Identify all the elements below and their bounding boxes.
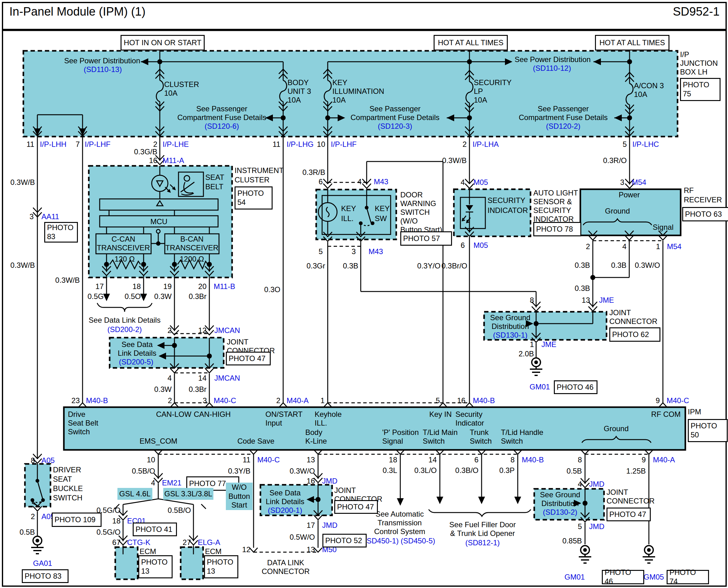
pin-ipm9g: 9 [642, 456, 646, 464]
secind-1: SECURITY [487, 196, 525, 204]
ref-sd812: (SD812-1) [465, 539, 500, 547]
ccan-1: C-CAN [112, 235, 135, 243]
ref-sd120-2: (SD120-2) [546, 122, 581, 130]
wire-03b-rf1: 0.3B [575, 261, 590, 269]
conn-iplhf7: I/P-LHF [85, 140, 111, 148]
rf-name2: RECEIVER [684, 196, 722, 204]
pin-jme8: 8 [530, 296, 534, 304]
ipm-drive3: Switch [68, 428, 90, 436]
pin-ipm8g: 8 [578, 456, 582, 464]
conn-iplhc: I/P-LHC [632, 140, 659, 148]
tag-hot-at-all-times-1-line: HOT AT ALL TIMES [436, 38, 505, 47]
conn-aa11: AA11 [41, 213, 59, 220]
gnd-gm01: GM01 [565, 573, 585, 581]
photo-78: PHOTO 78 [533, 222, 581, 236]
conn-m40b-t2: M40-B [473, 397, 495, 404]
fuse-seclp-amp: 10A [474, 96, 487, 104]
pin-m54-2: 2 [586, 243, 590, 250]
page-title: In-Panel Module (IPM) (1) [9, 6, 146, 18]
photo-13-elga-line: 13 [207, 567, 236, 576]
dsbs-4: SWITCH [53, 494, 83, 502]
see-atcs-3: Control System [374, 527, 425, 535]
conn-a05-t: A05 [41, 457, 55, 464]
ground-symbol-ga01 [31, 536, 44, 554]
dsbs-1: DRIVER [53, 466, 81, 474]
ipm-codesave: Code Save [237, 437, 274, 445]
fuse-cluster-amp: 10A [164, 89, 178, 97]
keyill-1: KEY [341, 205, 356, 212]
fuse-keyill-name: KEY [332, 79, 347, 86]
photo-54-line: PHOTO [237, 189, 270, 198]
pin-elga: 27 [182, 539, 191, 546]
pin-m05-6: 6 [461, 241, 465, 249]
photo-63-line: PHOTO 63 [685, 210, 726, 219]
photo-50: PHOTO50 [688, 419, 728, 442]
data-link-bracket [97, 303, 152, 312]
photo-83-ga01: PHOTO 83 [22, 569, 68, 583]
see-gd1-b: Distribution [491, 322, 529, 330]
ccan-2: TRANSCEIVER [97, 244, 150, 252]
dws-name4: (W/O [400, 217, 418, 225]
ground-symbol-gm05 [643, 546, 655, 563]
conn-m05-t: M05 [473, 178, 488, 186]
conn-m40c-t2: M40-C [667, 397, 689, 404]
pin-jmd4: 4 [578, 480, 582, 488]
wire-05g: 0.5G [88, 292, 104, 300]
dsbs-2: SEAT [53, 475, 72, 483]
pin-a05-8: 8 [31, 457, 35, 464]
wire-03w-1: 0.3W [154, 292, 172, 300]
wire-03bro: 0.3Br/O [441, 262, 467, 270]
conn-jme-t: JME [599, 296, 614, 304]
tag-wo-button-start-line: W/O [226, 483, 252, 492]
ipm-tlidmain1: T/Lid Main [423, 428, 458, 436]
jme-joint-2: CONNECTOR [609, 317, 657, 325]
jmcan-joint-1: JOINT [227, 338, 248, 346]
fuse-acon-name: A/CON 3 [634, 82, 664, 89]
pin-aa11: 3 [29, 213, 34, 220]
conn-m11a: M11-A [162, 156, 184, 164]
ipm-canhigh: CAN-HIGH [194, 410, 231, 418]
ipm-body2: K-Line [305, 437, 327, 445]
wire-03gb: 0.3G/B [134, 148, 157, 155]
photo-46-gm01-line: PHOTO 46 [605, 568, 641, 586]
jb-name2: JUNCTION [680, 59, 718, 67]
secind-2: INDICATOR [487, 206, 528, 214]
ipm-tlidhandle2: Switch [501, 437, 523, 445]
photo-83-aa11-line: 83 [47, 232, 75, 241]
als-3: SECURITY [533, 206, 571, 214]
ipm-drive1: Drive [68, 410, 85, 418]
dws-name3: SWITCH [400, 208, 430, 216]
seatbelt-1: SEAT [205, 173, 224, 181]
ref-sd120-3: (SD120-3) [378, 122, 413, 130]
pin-jmcan12: 12 [198, 327, 206, 334]
photo-50-line: 50 [691, 430, 725, 440]
tag-hot-in-on-or-start-line: HOT IN ON OR START [123, 38, 202, 47]
wire-03b-join: 0.3B [575, 284, 590, 292]
cluster-name2: CLUSTER [235, 176, 269, 184]
photo-47-sd130: PHOTO 47 [606, 508, 651, 521]
wiring-diagram-page: In-Panel Module (IPM) (1)SD952-1See Powe… [0, 0, 728, 588]
see-power-dist-right: See Power Distribution [515, 56, 591, 63]
ref-sd110-12: (SD110-12) [533, 64, 571, 72]
wire-03wb-3: 0.3W/B [55, 276, 80, 284]
wire-05go-2: 0.5G/O [96, 528, 120, 536]
pin-jme1: 1 [530, 340, 534, 348]
ipm-trunk1: Trunk [470, 428, 488, 436]
photo-46-gm01: PHOTO 46 [602, 570, 644, 584]
pin-jmd16: 16 [307, 477, 315, 485]
wire-03p: 0.3P [499, 466, 515, 474]
conn-iplhh: I/P-LHH [40, 140, 66, 148]
pin-m54-4: 4 [622, 243, 626, 250]
conn-m11b: M11-B [214, 282, 235, 290]
wire-03br-2: 0.3Br [189, 385, 206, 393]
photo-46-jme: PHOTO 46 [554, 380, 597, 394]
see-dl5-a: See Data [122, 340, 153, 348]
wire-03wb-1: 0.3W/B [10, 178, 35, 186]
see-fuse-6a: See Passenger [196, 105, 247, 112]
pin-jmcan14: 14 [198, 374, 206, 382]
conn-m40a-t: M40-A [287, 397, 309, 404]
ecm1-name: ECM [139, 547, 156, 555]
conn-jmd-t: JMD [322, 477, 337, 485]
conn-iplha: I/P-LHA [472, 140, 499, 148]
rf-ground: Ground [605, 207, 630, 215]
